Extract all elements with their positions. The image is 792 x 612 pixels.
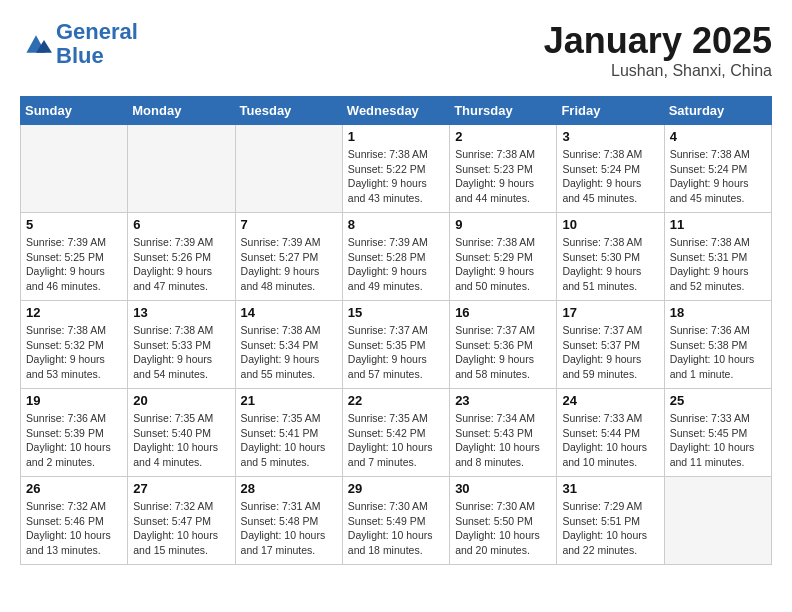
calendar-cell: 5Sunrise: 7:39 AM Sunset: 5:25 PM Daylig… (21, 213, 128, 301)
day-number: 12 (26, 305, 122, 320)
calendar-week-2: 5Sunrise: 7:39 AM Sunset: 5:25 PM Daylig… (21, 213, 772, 301)
calendar-cell: 18Sunrise: 7:36 AM Sunset: 5:38 PM Dayli… (664, 301, 771, 389)
day-info: Sunrise: 7:38 AM Sunset: 5:24 PM Dayligh… (562, 147, 658, 206)
day-number: 16 (455, 305, 551, 320)
calendar-cell (128, 125, 235, 213)
calendar-cell: 31Sunrise: 7:29 AM Sunset: 5:51 PM Dayli… (557, 477, 664, 565)
day-info: Sunrise: 7:38 AM Sunset: 5:29 PM Dayligh… (455, 235, 551, 294)
calendar-header-saturday: Saturday (664, 97, 771, 125)
calendar-header-sunday: Sunday (21, 97, 128, 125)
day-info: Sunrise: 7:37 AM Sunset: 5:36 PM Dayligh… (455, 323, 551, 382)
day-number: 25 (670, 393, 766, 408)
calendar-header-row: SundayMondayTuesdayWednesdayThursdayFrid… (21, 97, 772, 125)
calendar-header-friday: Friday (557, 97, 664, 125)
day-info: Sunrise: 7:39 AM Sunset: 5:25 PM Dayligh… (26, 235, 122, 294)
day-info: Sunrise: 7:32 AM Sunset: 5:46 PM Dayligh… (26, 499, 122, 558)
day-info: Sunrise: 7:38 AM Sunset: 5:32 PM Dayligh… (26, 323, 122, 382)
day-number: 4 (670, 129, 766, 144)
day-info: Sunrise: 7:31 AM Sunset: 5:48 PM Dayligh… (241, 499, 337, 558)
calendar-table: SundayMondayTuesdayWednesdayThursdayFrid… (20, 96, 772, 565)
day-number: 1 (348, 129, 444, 144)
calendar-cell: 26Sunrise: 7:32 AM Sunset: 5:46 PM Dayli… (21, 477, 128, 565)
calendar-cell: 13Sunrise: 7:38 AM Sunset: 5:33 PM Dayli… (128, 301, 235, 389)
day-number: 13 (133, 305, 229, 320)
location-subtitle: Lushan, Shanxi, China (544, 62, 772, 80)
day-number: 21 (241, 393, 337, 408)
calendar-cell: 17Sunrise: 7:37 AM Sunset: 5:37 PM Dayli… (557, 301, 664, 389)
calendar-cell: 3Sunrise: 7:38 AM Sunset: 5:24 PM Daylig… (557, 125, 664, 213)
day-number: 28 (241, 481, 337, 496)
logo-icon (20, 30, 52, 58)
calendar-week-5: 26Sunrise: 7:32 AM Sunset: 5:46 PM Dayli… (21, 477, 772, 565)
day-number: 20 (133, 393, 229, 408)
calendar-header-tuesday: Tuesday (235, 97, 342, 125)
calendar-cell (664, 477, 771, 565)
calendar-cell: 19Sunrise: 7:36 AM Sunset: 5:39 PM Dayli… (21, 389, 128, 477)
calendar-cell (21, 125, 128, 213)
day-info: Sunrise: 7:33 AM Sunset: 5:45 PM Dayligh… (670, 411, 766, 470)
day-info: Sunrise: 7:38 AM Sunset: 5:31 PM Dayligh… (670, 235, 766, 294)
day-number: 3 (562, 129, 658, 144)
calendar-cell: 7Sunrise: 7:39 AM Sunset: 5:27 PM Daylig… (235, 213, 342, 301)
day-info: Sunrise: 7:35 AM Sunset: 5:41 PM Dayligh… (241, 411, 337, 470)
day-info: Sunrise: 7:37 AM Sunset: 5:35 PM Dayligh… (348, 323, 444, 382)
calendar-cell: 6Sunrise: 7:39 AM Sunset: 5:26 PM Daylig… (128, 213, 235, 301)
day-info: Sunrise: 7:38 AM Sunset: 5:22 PM Dayligh… (348, 147, 444, 206)
day-info: Sunrise: 7:29 AM Sunset: 5:51 PM Dayligh… (562, 499, 658, 558)
calendar-cell: 27Sunrise: 7:32 AM Sunset: 5:47 PM Dayli… (128, 477, 235, 565)
day-number: 17 (562, 305, 658, 320)
day-info: Sunrise: 7:39 AM Sunset: 5:26 PM Dayligh… (133, 235, 229, 294)
day-info: Sunrise: 7:30 AM Sunset: 5:50 PM Dayligh… (455, 499, 551, 558)
day-info: Sunrise: 7:35 AM Sunset: 5:42 PM Dayligh… (348, 411, 444, 470)
day-number: 2 (455, 129, 551, 144)
calendar-cell: 2Sunrise: 7:38 AM Sunset: 5:23 PM Daylig… (450, 125, 557, 213)
day-info: Sunrise: 7:38 AM Sunset: 5:30 PM Dayligh… (562, 235, 658, 294)
day-number: 31 (562, 481, 658, 496)
day-info: Sunrise: 7:36 AM Sunset: 5:39 PM Dayligh… (26, 411, 122, 470)
day-number: 30 (455, 481, 551, 496)
day-info: Sunrise: 7:35 AM Sunset: 5:40 PM Dayligh… (133, 411, 229, 470)
day-number: 8 (348, 217, 444, 232)
month-title: January 2025 (544, 20, 772, 62)
logo-text: GeneralBlue (56, 20, 138, 68)
day-info: Sunrise: 7:38 AM Sunset: 5:23 PM Dayligh… (455, 147, 551, 206)
day-number: 22 (348, 393, 444, 408)
calendar-cell: 12Sunrise: 7:38 AM Sunset: 5:32 PM Dayli… (21, 301, 128, 389)
calendar-cell: 14Sunrise: 7:38 AM Sunset: 5:34 PM Dayli… (235, 301, 342, 389)
calendar-cell: 4Sunrise: 7:38 AM Sunset: 5:24 PM Daylig… (664, 125, 771, 213)
calendar-cell: 21Sunrise: 7:35 AM Sunset: 5:41 PM Dayli… (235, 389, 342, 477)
calendar-cell: 30Sunrise: 7:30 AM Sunset: 5:50 PM Dayli… (450, 477, 557, 565)
calendar-cell: 20Sunrise: 7:35 AM Sunset: 5:40 PM Dayli… (128, 389, 235, 477)
calendar-cell: 22Sunrise: 7:35 AM Sunset: 5:42 PM Dayli… (342, 389, 449, 477)
title-block: January 2025 Lushan, Shanxi, China (544, 20, 772, 80)
day-info: Sunrise: 7:33 AM Sunset: 5:44 PM Dayligh… (562, 411, 658, 470)
day-number: 18 (670, 305, 766, 320)
calendar-cell: 23Sunrise: 7:34 AM Sunset: 5:43 PM Dayli… (450, 389, 557, 477)
day-number: 14 (241, 305, 337, 320)
day-number: 6 (133, 217, 229, 232)
day-number: 11 (670, 217, 766, 232)
day-info: Sunrise: 7:38 AM Sunset: 5:33 PM Dayligh… (133, 323, 229, 382)
calendar-cell: 24Sunrise: 7:33 AM Sunset: 5:44 PM Dayli… (557, 389, 664, 477)
day-info: Sunrise: 7:36 AM Sunset: 5:38 PM Dayligh… (670, 323, 766, 382)
day-number: 5 (26, 217, 122, 232)
day-info: Sunrise: 7:30 AM Sunset: 5:49 PM Dayligh… (348, 499, 444, 558)
day-number: 15 (348, 305, 444, 320)
calendar-cell: 28Sunrise: 7:31 AM Sunset: 5:48 PM Dayli… (235, 477, 342, 565)
calendar-cell: 15Sunrise: 7:37 AM Sunset: 5:35 PM Dayli… (342, 301, 449, 389)
day-info: Sunrise: 7:32 AM Sunset: 5:47 PM Dayligh… (133, 499, 229, 558)
page-header: GeneralBlue January 2025 Lushan, Shanxi,… (20, 20, 772, 80)
day-info: Sunrise: 7:37 AM Sunset: 5:37 PM Dayligh… (562, 323, 658, 382)
calendar-cell: 10Sunrise: 7:38 AM Sunset: 5:30 PM Dayli… (557, 213, 664, 301)
calendar-cell: 25Sunrise: 7:33 AM Sunset: 5:45 PM Dayli… (664, 389, 771, 477)
day-number: 26 (26, 481, 122, 496)
calendar-header-wednesday: Wednesday (342, 97, 449, 125)
calendar-week-3: 12Sunrise: 7:38 AM Sunset: 5:32 PM Dayli… (21, 301, 772, 389)
calendar-header-thursday: Thursday (450, 97, 557, 125)
calendar-cell: 11Sunrise: 7:38 AM Sunset: 5:31 PM Dayli… (664, 213, 771, 301)
day-number: 23 (455, 393, 551, 408)
day-number: 7 (241, 217, 337, 232)
day-info: Sunrise: 7:39 AM Sunset: 5:27 PM Dayligh… (241, 235, 337, 294)
day-number: 19 (26, 393, 122, 408)
calendar-cell: 1Sunrise: 7:38 AM Sunset: 5:22 PM Daylig… (342, 125, 449, 213)
